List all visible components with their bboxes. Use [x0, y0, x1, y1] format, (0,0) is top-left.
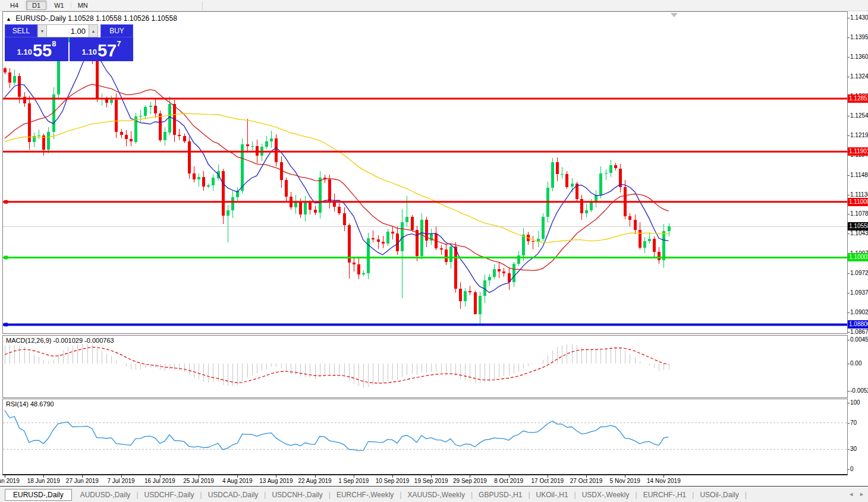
tab-separator: |: [745, 491, 747, 499]
volume-increment-icon[interactable]: ▲: [89, 24, 98, 37]
sell-price-box[interactable]: 1.10 55 8: [5, 37, 68, 61]
tab-xauusd-weekly[interactable]: XAUUSD-,Weekly: [401, 489, 470, 501]
buy-price-box[interactable]: 1.10 57 7: [70, 37, 133, 61]
price-axis-label: 1.08670: [850, 329, 868, 336]
macd-axis-label: 0.004536: [850, 336, 868, 343]
timeframe-button-d1[interactable]: D1: [26, 1, 46, 10]
candle: [386, 232, 389, 244]
macd-axis-label: 0.00: [850, 360, 861, 367]
tab-audusd-daily[interactable]: AUDUSD-,Daily: [74, 489, 137, 501]
rsi-chart[interactable]: [3, 399, 847, 474]
tab-gbpusd-h1[interactable]: GBPUSD-,H1: [473, 489, 528, 501]
buy-button[interactable]: BUY: [100, 24, 133, 37]
candle: [565, 174, 568, 187]
line-anchor-handle[interactable]: [4, 323, 8, 326]
candle: [37, 135, 40, 136]
volume-input[interactable]: [47, 24, 89, 37]
candle: [658, 252, 661, 260]
candle: [445, 250, 448, 263]
rsi-axis-tickmark: [848, 449, 850, 450]
date-label: 22 Aug 2019: [298, 478, 332, 484]
tab-scroll-right-icon[interactable]: ►: [859, 491, 864, 497]
candle: [605, 173, 608, 173]
candle: [585, 210, 588, 213]
macd-signal-line: [5, 347, 669, 383]
price-axis-label: 1.09370: [850, 289, 868, 296]
date-label: 18 Jun 2019: [27, 478, 60, 484]
axis-tickmark: [848, 37, 850, 38]
axis-tickmark: [848, 116, 850, 116]
buy-price-main: 57: [98, 43, 117, 59]
candle: [285, 180, 288, 197]
candle: [222, 171, 225, 216]
timeframe-button-w1[interactable]: W1: [48, 1, 70, 10]
date-label: 27 Jun 2019: [66, 478, 99, 484]
candle: [353, 263, 356, 264]
tab-usdcad-daily[interactable]: USDCAD-,Daily: [202, 489, 265, 501]
rsi-pane[interactable]: [2, 399, 848, 475]
axis-tickmark: [848, 273, 850, 274]
candle: [47, 132, 50, 150]
candle: [246, 144, 249, 146]
tab-eurusd-daily[interactable]: EURUSD-,Daily: [5, 489, 72, 501]
candle: [454, 247, 457, 289]
candle: [668, 226, 671, 231]
candle: [474, 292, 477, 314]
date-label: 29 Sep 2019: [453, 478, 487, 484]
chart-title: ▲ EURUSD-,Daily 1.10528 1.10558 1.10526 …: [6, 14, 177, 23]
price-axis-label: 1.11130: [850, 191, 868, 198]
tab-usdx-weekly[interactable]: USDX-,Weekly: [576, 489, 636, 501]
timeframe-button-h4[interactable]: H4: [4, 1, 24, 10]
candle: [328, 179, 331, 201]
tab-scroll-left-icon[interactable]: ◄: [848, 491, 854, 497]
candle: [634, 220, 637, 230]
tab-eurchf-h1[interactable]: EURCHF-,H1: [637, 489, 693, 501]
tab-eurchf-weekly[interactable]: EURCHF-,Weekly: [331, 489, 400, 501]
timeframe-button-mn[interactable]: MN: [72, 1, 94, 10]
chart-shift-marker-icon[interactable]: [671, 13, 678, 17]
candle: [639, 230, 641, 248]
line-anchor-handle[interactable]: [4, 255, 8, 259]
candle: [648, 239, 651, 241]
candle: [440, 248, 443, 250]
moving-average-55: [5, 113, 669, 242]
toolbar-section-separator: [202, 1, 203, 10]
line-anchor-handle[interactable]: [4, 200, 8, 204]
candle: [551, 162, 554, 188]
volume-decrement-icon[interactable]: ▼: [37, 24, 47, 37]
date-axis: 9 Jun 201918 Jun 201927 Jun 20197 Jul 20…: [2, 475, 848, 486]
tab-ukoil-h1[interactable]: UKOil-,H1: [530, 489, 574, 501]
timeframe-toolbar: H4D1W1MN: [0, 0, 868, 11]
date-label: 9 Jun 2019: [0, 478, 20, 484]
macd-chart[interactable]: [3, 336, 847, 397]
candle: [343, 213, 346, 226]
axis-tickmark: [848, 293, 850, 293]
rsi-axis-label: 30: [850, 446, 857, 453]
candle: [149, 106, 152, 107]
macd-axis-tickmark: [848, 340, 850, 340]
collapse-arrow-icon[interactable]: ▲: [6, 16, 11, 22]
axis-tickmark: [848, 312, 850, 313]
rsi-axis-tickmark: [848, 469, 850, 470]
tab-usoil-daily[interactable]: USOil-,Daily: [694, 489, 744, 501]
current-price-flag: 1.10558: [848, 222, 868, 231]
date-label: 13 Aug 2019: [259, 478, 293, 484]
macd-pane[interactable]: [2, 335, 848, 398]
toolbar-separator: [47, 2, 48, 9]
candle: [362, 273, 365, 274]
rsi-name: RSI(14): [6, 400, 29, 408]
axis-tickmark: [848, 135, 850, 136]
candle: [319, 178, 322, 213]
price-axis-label: 1.11480: [850, 172, 868, 179]
candle: [542, 217, 545, 239]
date-label: 14 Nov 2019: [647, 478, 681, 484]
candle: [357, 264, 360, 274]
candle: [110, 100, 113, 103]
macd-values: -0.001029 -0.000763: [53, 337, 114, 344]
sell-price-pip: 8: [52, 39, 56, 48]
tab-usdchf-daily[interactable]: USDCHF-,Daily: [139, 489, 200, 501]
sell-button[interactable]: SELL: [5, 24, 37, 37]
candle: [420, 220, 423, 256]
price-axis-label: 1.12190: [850, 132, 868, 139]
tab-usdcnh-daily[interactable]: USDCNH-,Daily: [266, 489, 328, 501]
